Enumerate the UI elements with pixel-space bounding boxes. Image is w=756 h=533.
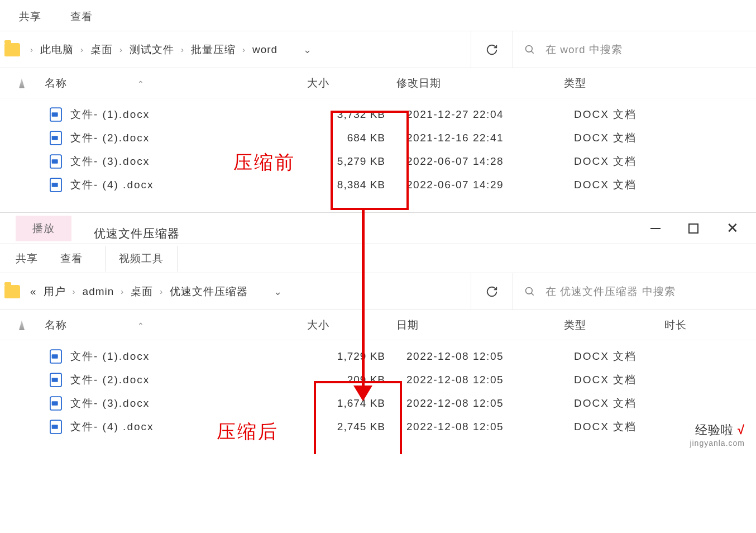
file-size: 1,729 KB bbox=[304, 350, 406, 363]
breadcrumb-overflow-icon[interactable]: « bbox=[27, 285, 40, 298]
chevron-down-icon[interactable]: ⌄ bbox=[281, 44, 318, 56]
file-date: 2021-12-27 22:04 bbox=[406, 108, 574, 121]
play-tab[interactable]: 播放 bbox=[16, 216, 71, 241]
file-date: 2021-12-16 22:41 bbox=[406, 132, 574, 144]
tree-collapse-icon[interactable] bbox=[19, 78, 25, 88]
folder-icon[interactable] bbox=[4, 43, 20, 56]
refresh-icon bbox=[486, 285, 498, 298]
search-box[interactable]: 在 word 中搜索 bbox=[513, 31, 756, 68]
chevron-right-icon: › bbox=[27, 45, 37, 54]
breadcrumb-item[interactable]: word bbox=[252, 44, 277, 56]
close-button[interactable]: ✕ bbox=[726, 220, 739, 237]
svg-rect-7 bbox=[52, 159, 58, 163]
breadcrumb-item[interactable]: 用户 bbox=[44, 284, 66, 299]
chevron-right-icon: › bbox=[69, 287, 79, 296]
tab-view[interactable]: 查看 bbox=[67, 3, 96, 31]
breadcrumb-item[interactable]: 桌面 bbox=[90, 42, 113, 57]
column-date[interactable]: 修改日期 bbox=[396, 76, 564, 91]
annotation-arrow-icon bbox=[362, 208, 365, 392]
folder-icon[interactable] bbox=[4, 285, 20, 298]
maximize-button[interactable] bbox=[688, 223, 698, 234]
column-type[interactable]: 类型 bbox=[564, 76, 664, 91]
svg-line-1 bbox=[532, 51, 534, 53]
minimize-button[interactable] bbox=[650, 228, 661, 229]
svg-rect-9 bbox=[52, 183, 58, 187]
tab-share[interactable]: 共享 bbox=[16, 3, 45, 31]
file-date: 2022-12-08 12:05 bbox=[406, 397, 574, 410]
refresh-icon bbox=[486, 44, 498, 56]
search-icon bbox=[524, 286, 535, 297]
chevron-right-icon: › bbox=[117, 287, 127, 296]
tab-view[interactable]: 查看 bbox=[60, 251, 83, 266]
file-date: 2022-12-08 12:05 bbox=[406, 374, 574, 386]
refresh-button[interactable] bbox=[471, 273, 513, 310]
breadcrumb-item[interactable]: 批量压缩 bbox=[191, 42, 236, 57]
column-headers: 名称 ⌃ 大小 日期 类型 时长 bbox=[0, 310, 756, 340]
file-date: 2022-06-07 14:29 bbox=[406, 179, 574, 191]
file-type: DOCX 文档 bbox=[574, 107, 686, 122]
window-controls: ✕ bbox=[650, 220, 756, 237]
svg-line-11 bbox=[532, 293, 534, 295]
chevron-down-icon[interactable]: ⌄ bbox=[251, 285, 288, 298]
svg-rect-17 bbox=[52, 401, 58, 405]
file-type: DOCX 文档 bbox=[574, 178, 686, 192]
column-name[interactable]: 名称 ⌃ bbox=[45, 318, 307, 332]
breadcrumb-item[interactable]: 此电脑 bbox=[40, 42, 74, 57]
table-row[interactable]: 文件- (1).docx 1,729 KB 2022-12-08 12:05 D… bbox=[0, 345, 756, 368]
docx-icon bbox=[49, 373, 63, 387]
tree-collapse-icon[interactable] bbox=[19, 320, 25, 330]
column-name[interactable]: 名称 ⌃ bbox=[45, 76, 307, 91]
column-duration[interactable]: 时长 bbox=[664, 318, 720, 332]
breadcrumb-item[interactable]: 测试文件 bbox=[130, 42, 174, 57]
column-date[interactable]: 日期 bbox=[396, 318, 564, 332]
docx-icon bbox=[49, 420, 63, 434]
file-name: 文件- (1).docx bbox=[70, 349, 304, 364]
annotation-label-after: 压缩后 bbox=[217, 419, 279, 445]
window-title: 优速文件压缩器 bbox=[94, 226, 180, 241]
tab-share[interactable]: 共享 bbox=[16, 251, 38, 266]
address-bar-row: « 用户 › admin › 桌面 › 优速文件压缩器 ⌄ 在 优速文件压缩器 … bbox=[0, 273, 756, 310]
docx-icon bbox=[49, 178, 63, 192]
chevron-right-icon: › bbox=[178, 45, 188, 54]
column-size[interactable]: 大小 bbox=[307, 318, 396, 332]
sort-arrow-icon: ⌃ bbox=[137, 321, 145, 330]
chevron-right-icon: › bbox=[156, 287, 166, 296]
breadcrumb[interactable]: › 此电脑 › 桌面 › 测试文件 › 批量压缩 › word ⌄ bbox=[27, 42, 471, 57]
column-name-label: 名称 bbox=[45, 319, 67, 331]
play-tab-label: 播放 bbox=[16, 216, 71, 241]
annotation-box-after bbox=[314, 381, 402, 454]
column-size[interactable]: 大小 bbox=[307, 76, 396, 91]
ribbon-tabs: 共享 查看 视频工具 bbox=[0, 244, 756, 273]
breadcrumb-item[interactable]: 优速文件压缩器 bbox=[170, 284, 248, 299]
breadcrumb-item[interactable]: 桌面 bbox=[131, 284, 153, 299]
breadcrumb-item[interactable]: admin bbox=[83, 285, 114, 298]
annotation-label-before: 压缩前 bbox=[233, 150, 295, 175]
search-box[interactable]: 在 优速文件压缩器 中搜索 bbox=[513, 273, 756, 310]
chevron-right-icon: › bbox=[116, 45, 126, 54]
file-date: 2022-12-08 12:05 bbox=[406, 350, 574, 363]
file-type: DOCX 文档 bbox=[574, 396, 686, 411]
docx-icon bbox=[49, 397, 63, 410]
file-type: DOCX 文档 bbox=[574, 131, 686, 145]
docx-icon bbox=[49, 108, 63, 121]
sort-arrow-icon: ⌃ bbox=[137, 79, 145, 88]
breadcrumb[interactable]: « 用户 › admin › 桌面 › 优速文件压缩器 ⌄ bbox=[27, 284, 471, 299]
annotation-box-before bbox=[331, 111, 409, 210]
watermark-url: jingyanla.com bbox=[690, 439, 745, 448]
file-type: DOCX 文档 bbox=[574, 420, 686, 434]
title-bar: 播放 优速文件压缩器 ✕ bbox=[0, 213, 756, 244]
tab-video-tools[interactable]: 视频工具 bbox=[105, 246, 178, 272]
chevron-right-icon: › bbox=[77, 45, 87, 54]
file-date: 2022-12-08 12:05 bbox=[406, 421, 574, 433]
svg-rect-19 bbox=[52, 425, 58, 429]
file-date: 2022-06-07 14:28 bbox=[406, 155, 574, 168]
docx-icon bbox=[49, 131, 63, 145]
search-icon bbox=[524, 44, 535, 55]
file-name: 文件- (1).docx bbox=[70, 107, 304, 122]
refresh-button[interactable] bbox=[471, 31, 513, 68]
column-type[interactable]: 类型 bbox=[564, 318, 664, 332]
watermark-text: 经验啦 bbox=[695, 423, 734, 437]
column-headers: 名称 ⌃ 大小 修改日期 类型 bbox=[0, 68, 756, 98]
watermark: 经验啦 √ jingyanla.com bbox=[690, 422, 745, 448]
watermark-check-icon: √ bbox=[738, 423, 745, 437]
